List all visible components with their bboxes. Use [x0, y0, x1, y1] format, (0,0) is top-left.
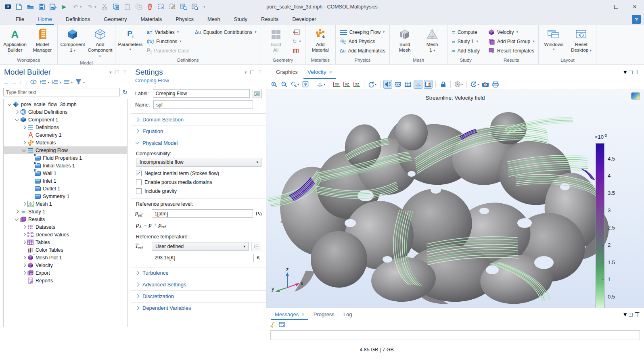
zoom-extents-button[interactable]: [301, 80, 310, 89]
tree-item[interactable]: Materials: [4, 139, 127, 146]
ref-pressure-input[interactable]: [152, 209, 253, 218]
chevron-right-icon[interactable]: [22, 225, 26, 229]
update-geometry-button[interactable]: ↻▾: [291, 37, 303, 46]
collapse-all-button[interactable]: [40, 79, 46, 86]
chevron-down-icon[interactable]: [15, 217, 19, 221]
model-manager-button[interactable]: ModelManager: [29, 27, 55, 54]
close-button[interactable]: ×: [625, 0, 644, 13]
build-mesh-button[interactable]: BuildMesh: [392, 27, 418, 54]
chevron-right-icon[interactable]: [22, 141, 26, 145]
add-material-button[interactable]: AddMaterial: [307, 27, 333, 54]
clear-messages-button[interactable]: [270, 321, 276, 329]
panel-menu-icon[interactable]: ▾: [245, 70, 247, 75]
tree-item[interactable]: DFluid Properties 1: [4, 154, 127, 162]
filter-button[interactable]: [75, 79, 82, 86]
maximize-button[interactable]: [607, 0, 625, 13]
chevron-down-icon[interactable]: [8, 102, 12, 106]
application-builder-button[interactable]: A ApplicationBuilder: [2, 27, 28, 54]
parameter-case-button[interactable]: PiParameter Case: [145, 46, 191, 55]
forward-button[interactable]: →: [11, 79, 17, 86]
rotate-view-button[interactable]: ▾: [367, 80, 377, 89]
color-legend-button[interactable]: [424, 80, 433, 89]
section-advanced-settings[interactable]: Advanced Settings: [131, 279, 266, 290]
view-yz-button[interactable]: yz: [342, 80, 351, 89]
panel-pin-icon[interactable]: ⊤: [634, 311, 640, 318]
panel-pin-icon[interactable]: ⊤: [258, 70, 262, 75]
add-mathematics-button[interactable]: Δu Add Mathematics: [338, 46, 387, 55]
tree-item[interactable]: ∞Study 1: [4, 208, 127, 215]
cut-button[interactable]: [99, 2, 110, 12]
add-component-button[interactable]: Add Component ▾: [87, 27, 113, 60]
windows-button[interactable]: Windows ▾: [541, 27, 567, 52]
chevron-right-icon[interactable]: [22, 233, 26, 237]
lock-plot-button[interactable]: [439, 80, 447, 89]
undo-caret-icon[interactable]: ▾: [80, 5, 84, 9]
section-dependent-variables[interactable]: Dependent Variables: [131, 302, 266, 314]
tab-mesh[interactable]: Mesh: [201, 13, 227, 25]
view-xy-button[interactable]: xy: [332, 80, 341, 89]
refresh-icon[interactable]: ↻: [122, 89, 128, 96]
label-options-button[interactable]: [253, 89, 262, 98]
build-all-button[interactable]: BuildAll: [263, 27, 289, 54]
parameters-button[interactable]: Pi Parameters ▾: [117, 27, 143, 52]
virtual-operations-button[interactable]: [291, 46, 303, 55]
compute-button[interactable]: =Compute: [450, 27, 482, 37]
chevron-right-icon[interactable]: [22, 240, 26, 244]
include-gravity-checkbox[interactable]: [136, 188, 142, 194]
tree-item[interactable]: pore_scale_flow_3d.mph: [4, 100, 127, 108]
panel-float-icon[interactable]: [629, 71, 633, 74]
tree-filter-input[interactable]: [3, 88, 120, 96]
plot-thumbnail-icon[interactable]: [631, 92, 640, 99]
reset-desktop-button[interactable]: Reset Desktop ▾: [568, 27, 594, 54]
result-templates-button[interactable]: Result Templates: [486, 46, 536, 55]
name-field[interactable]: [153, 100, 253, 109]
tab-graphics[interactable]: Graphics: [271, 65, 303, 79]
update-plot-button[interactable]: ▾: [470, 80, 480, 89]
section-physical-model[interactable]: Physical Model: [131, 137, 266, 148]
tab-close-icon[interactable]: ×: [329, 69, 332, 75]
functions-button[interactable]: f(x)Functions▾: [145, 37, 191, 46]
tree-item[interactable]: Global Definitions: [4, 108, 127, 116]
tab-physics[interactable]: Physics: [169, 13, 201, 25]
toolbar-overflow-icon[interactable]: ▾: [203, 5, 207, 9]
ref-temperature-select[interactable]: User defined ▾: [152, 242, 249, 251]
ref-temperature-input[interactable]: [152, 254, 254, 262]
tab-file[interactable]: File: [9, 13, 31, 25]
tree-item[interactable]: Color Tables: [4, 246, 127, 254]
panel-pin-icon[interactable]: ⊤: [123, 70, 127, 75]
messages-output[interactable]: [270, 330, 640, 340]
redo-button[interactable]: ↷: [85, 2, 95, 12]
variables-button[interactable]: a=Variables▾: [145, 27, 191, 37]
tree-item[interactable]: Results: [4, 215, 127, 223]
draw-tool-button[interactable]: [167, 2, 178, 12]
print-button[interactable]: [491, 80, 500, 89]
temperature-list-button[interactable]: [251, 242, 261, 251]
tree-item[interactable]: Reports: [4, 277, 127, 284]
label-field[interactable]: [153, 89, 250, 98]
neglect-inertial-checkbox[interactable]: ✓: [136, 171, 142, 176]
tree-item[interactable]: Component 1: [4, 116, 127, 123]
add-study-button[interactable]: ∞Add Study: [450, 46, 482, 55]
copy-button[interactable]: [111, 2, 121, 12]
show-axis-button[interactable]: [414, 80, 422, 89]
open-file-button[interactable]: [25, 2, 36, 12]
graphics-viewport[interactable]: Streamline: Velocity field ×10-3 4.543.5…: [266, 90, 644, 308]
node-group-button[interactable]: [64, 79, 70, 86]
tab-study[interactable]: Study: [227, 13, 254, 25]
back-button[interactable]: ←: [3, 79, 8, 86]
run-button[interactable]: ▶: [59, 2, 69, 12]
tree-item[interactable]: Definitions: [4, 123, 127, 131]
chevron-right-icon[interactable]: [22, 256, 26, 260]
section-equation[interactable]: Equation: [131, 125, 266, 137]
tab-developer[interactable]: Developer: [285, 13, 323, 25]
tab-progress[interactable]: Progress: [309, 308, 339, 320]
chevron-right-icon[interactable]: [15, 210, 19, 214]
panel-float-icon[interactable]: [629, 313, 633, 317]
tree-item[interactable]: *Mesh Plot 1: [4, 254, 127, 261]
component-1-button[interactable]: Component 1 ▾: [60, 27, 86, 54]
zoom-box-button[interactable]: ▾: [290, 80, 300, 89]
tab-materials[interactable]: Materials: [134, 13, 169, 25]
add-physics-button[interactable]: Add Physics: [338, 37, 387, 46]
move-down-button[interactable]: ↓: [25, 79, 28, 86]
new-file-button[interactable]: [14, 2, 24, 12]
